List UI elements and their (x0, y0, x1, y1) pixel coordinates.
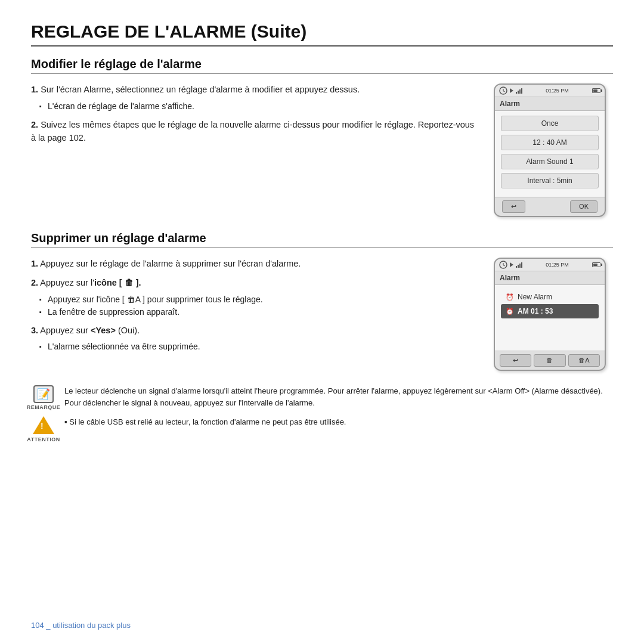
step1-bullet1: L'écran de réglage de l'alarme s'affiche… (39, 100, 477, 113)
bar2 (518, 91, 519, 94)
device2-status-left (499, 261, 522, 269)
device2-header: Alarm (495, 271, 605, 285)
section2-title: Supprimer un réglage d'alarme (31, 231, 613, 245)
attention-text-content: Si le câble USB est relié au lecteur, la… (69, 417, 346, 426)
s2-step1-text: Appuyez sur le réglage de l'alarme à sup… (40, 259, 301, 268)
device2-list-item-new-alarm: ⏰ New Alarm (501, 290, 599, 304)
device1-body: Once 12 : 40 AM Alarm Sound 1 Interval :… (495, 111, 605, 197)
section2: Supprimer un réglage d'alarme 1. Appuyez… (31, 231, 613, 371)
page: REGLAGE DE L'ALARME (Suite) Modifier le … (0, 0, 644, 644)
device1-status-left (499, 86, 522, 95)
device2-clock-icon (499, 261, 507, 269)
section1-list: 1. Sur l'écran Alarme, sélectionnez un r… (31, 83, 477, 144)
device1-ok-btn[interactable]: OK (570, 200, 597, 213)
device1: 01:25 PM Alarm Once 12 : 40 AM Alarm Sou… (494, 83, 606, 217)
section1-step2: 2. Suivez les mêmes étapes que le réglag… (31, 119, 477, 145)
section2-body: 1. Appuyez sur le réglage de l'alarme à … (31, 258, 613, 371)
section1-body: 1. Sur l'écran Alarme, sélectionnez un r… (31, 83, 613, 217)
section1: Modifier le réglage de l'alarme 1. Sur l… (31, 57, 613, 217)
s2-step2-num: 2. (31, 278, 38, 287)
s2-step3-num: 3. (31, 326, 38, 335)
device1-row-sound: Alarm Sound 1 (501, 154, 599, 169)
bar2 (518, 265, 519, 268)
device1-footer: ↩ OK (495, 197, 605, 216)
main-title: REGLAGE DE L'ALARME (Suite) (31, 21, 613, 42)
device1-battery-fill (593, 89, 597, 92)
s2-step2-bullets: Appuyez sur l'icône [ 🗑A ] pour supprime… (39, 293, 477, 318)
s2-step1-num: 1. (31, 259, 38, 268)
device2-delete-btn[interactable]: 🗑 (534, 354, 565, 367)
bar4 (521, 262, 522, 268)
section2-divider (31, 247, 613, 248)
device2-footer: ↩ 🗑 🗑A (495, 351, 605, 370)
device1-back-btn[interactable]: ↩ (502, 200, 525, 213)
section2-step1: 1. Appuyez sur le réglage de l'alarme à … (31, 258, 477, 271)
section2-list: 1. Appuyez sur le réglage de l'alarme à … (31, 258, 477, 353)
page-footer: 104 _ utilisation du pack plus (31, 621, 131, 630)
remark-icon-box: 📝 (33, 385, 54, 403)
list-item-clock1: ⏰ (506, 293, 514, 301)
section1-step1: 1. Sur l'écran Alarme, sélectionnez un r… (31, 83, 477, 113)
attention-icon-block: ATTENTION (31, 416, 56, 442)
device2-back-btn[interactable]: ↩ (500, 354, 531, 367)
attention-label: ATTENTION (27, 436, 60, 442)
device2-list-item-am0153[interactable]: ⏰ AM 01 : 53 (501, 304, 599, 318)
device2-battery-icon (592, 262, 600, 267)
device2-delete-all-btn[interactable]: 🗑A (568, 354, 600, 367)
remark-section: 📝 REMARQUE Le lecteur déclenche un signa… (31, 385, 613, 410)
device1-col: 01:25 PM Alarm Once 12 : 40 AM Alarm Sou… (494, 83, 613, 217)
device2-body: ⏰ New Alarm ⏰ AM 01 : 53 (495, 285, 605, 351)
list-item-label1: New Alarm (518, 293, 552, 301)
step1-text: Sur l'écran Alarme, sélectionnez un régl… (41, 85, 360, 94)
s2-step2-bullet2: La fenêtre de suppression apparaît. (39, 306, 477, 318)
s2-step3-bullets: L'alarme sélectionnée va être supprimée. (39, 340, 477, 353)
bar1 (516, 266, 517, 268)
s2-step2-bold: icône [ 🗑 ]. (94, 278, 141, 287)
s2-step2-bullet1: Appuyez sur l'icône [ 🗑A ] pour supprime… (39, 293, 477, 306)
section2-text-col: 1. Appuyez sur le réglage de l'alarme à … (31, 258, 477, 371)
s2-step2-before: Appuyez sur l' (40, 278, 94, 287)
device1-row-once: Once (501, 116, 599, 131)
s2-step3-bold: <Yes> (91, 326, 116, 335)
remark-label: REMARQUE (27, 404, 61, 410)
svg-line-5 (503, 265, 505, 267)
section1-title: Modifier le réglage de l'alarme (31, 57, 613, 71)
device2-time: 01:25 PM (546, 262, 569, 268)
step1-bullets: L'écran de réglage de l'alarme s'affiche… (39, 100, 477, 113)
attention-triangle-icon (33, 416, 54, 434)
device1-row-time: 12 : 40 AM (501, 135, 599, 150)
device1-signal-icon (516, 88, 522, 94)
bar3 (519, 264, 521, 268)
attention-bullet: ▪ (64, 417, 69, 426)
attention-text: ▪ Si le câble USB est relié au lecteur, … (64, 416, 346, 428)
step1-num: 1. (31, 85, 38, 94)
section2-step2: 2. Appuyez sur l'icône [ 🗑 ]. Appuyez su… (31, 277, 477, 318)
remark-text: Le lecteur déclenche un signal d'alarme … (64, 385, 613, 409)
device2-play-icon (510, 262, 513, 267)
section1-text-col: 1. Sur l'écran Alarme, sélectionnez un r… (31, 83, 477, 217)
device2-battery-fill (593, 264, 597, 266)
list-item-clock2: ⏰ (506, 308, 514, 315)
device2-status-bar: 01:25 PM (495, 259, 605, 271)
attention-section: ATTENTION ▪ Si le câble USB est relié au… (31, 416, 613, 442)
section2-step3: 3. Appuyez sur <Yes> (Oui). L'alarme sél… (31, 324, 477, 354)
device1-row-interval: Interval : 5min (501, 173, 599, 188)
s2-step3-before: Appuyez sur (40, 326, 91, 335)
title-divider (31, 45, 613, 47)
device1-time: 01:25 PM (546, 88, 569, 94)
bar3 (519, 89, 521, 94)
device2: 01:25 PM Alarm ⏰ New Alarm ⏰ AM (494, 258, 606, 371)
step2-text: Suivez les mêmes étapes que le réglage d… (31, 120, 474, 143)
list-item-label2: AM 01 : 53 (518, 307, 553, 315)
s2-step3-after: (Oui). (116, 326, 140, 335)
s2-step3-bullet1: L'alarme sélectionnée va être supprimée. (39, 340, 477, 353)
section1-divider (31, 73, 613, 74)
bar1 (516, 92, 517, 94)
bar4 (521, 88, 522, 94)
svg-line-2 (503, 91, 505, 92)
step2-num: 2. (31, 120, 38, 129)
device1-play-icon (510, 88, 513, 93)
device1-clock-icon (499, 86, 507, 95)
device2-col: 01:25 PM Alarm ⏰ New Alarm ⏰ AM (494, 258, 613, 371)
device2-signal-icon (516, 262, 522, 268)
